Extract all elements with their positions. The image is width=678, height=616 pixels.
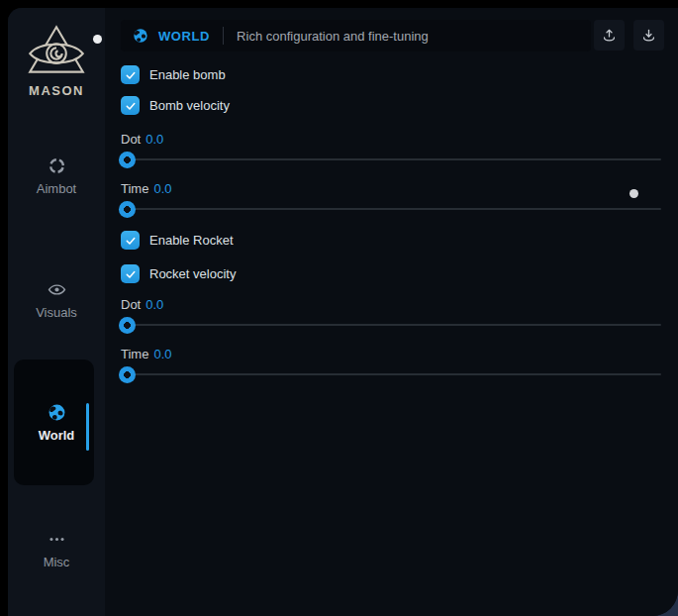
sidebar-item-label: Visuals: [8, 305, 105, 320]
download-icon: [640, 27, 657, 44]
slider-value: 0.0: [153, 181, 171, 196]
dot-slider-thumb[interactable]: [119, 152, 136, 168]
cursor-dot: [630, 189, 638, 198]
download-config-button[interactable]: [633, 20, 664, 51]
bomb-velocity-checkbox[interactable]: [121, 96, 140, 115]
globe-icon: [133, 28, 148, 44]
rocket-velocity-checkbox[interactable]: [121, 264, 140, 283]
slider-label-dot: Dot0.0: [121, 132, 163, 147]
check-icon: [125, 100, 137, 112]
mason-eye-triangle-icon: [24, 24, 89, 79]
check-icon: [125, 235, 137, 247]
checkbox-row-bomb-velocity: Bomb velocity: [121, 96, 230, 115]
brand-name: MASON: [8, 83, 105, 98]
enable-bomb-checkbox[interactable]: [121, 65, 140, 84]
crosshair-icon: [48, 156, 66, 175]
checkbox-label: Rocket velocity: [149, 266, 236, 281]
enable-rocket-checkbox[interactable]: [121, 231, 140, 250]
sidebar: MASON Aimbot Visuals World Misc: [8, 8, 105, 616]
page-title: WORLD: [158, 29, 210, 44]
mason-logo: MASON: [8, 24, 105, 98]
slider-label-dot: Dot0.0: [121, 297, 163, 312]
checkbox-label: Enable Rocket: [149, 233, 234, 248]
screen: MASON Aimbot Visuals World Misc: [0, 0, 678, 616]
time-slider-thumb[interactable]: [119, 201, 136, 218]
upload-icon: [601, 27, 618, 44]
slider-value: 0.0: [145, 132, 163, 147]
dot-slider-track[interactable]: [121, 324, 661, 326]
page-subtitle: Rich configuration and fine-tuning: [237, 29, 429, 44]
sidebar-item-visuals[interactable]: Visuals: [8, 280, 105, 320]
slider-name: Dot: [121, 132, 141, 147]
header-divider: [223, 27, 224, 45]
checkbox-row-enable-bomb: Enable bomb: [121, 65, 226, 84]
checkbox-row-enable-rocket: Enable Rocket: [121, 231, 234, 250]
slider-value: 0.0: [145, 297, 163, 312]
check-icon: [125, 268, 137, 280]
sidebar-item-aimbot[interactable]: Aimbot: [8, 156, 105, 196]
sidebar-item-misc[interactable]: Misc: [8, 530, 105, 569]
time-slider-track[interactable]: [121, 208, 661, 210]
eye-icon: [48, 280, 66, 299]
slider-label-time: Time0.0: [121, 181, 171, 196]
upload-config-button[interactable]: [594, 20, 625, 51]
slider-name: Time: [121, 347, 148, 361]
sidebar-item-world[interactable]: World: [8, 403, 105, 443]
dot-slider-track[interactable]: [121, 158, 661, 160]
slider-label-time: Time0.0: [121, 347, 171, 361]
active-nav-indicator: [86, 403, 89, 451]
sidebar-item-label: World: [8, 428, 105, 443]
globe-icon: [48, 403, 66, 422]
checkbox-label: Bomb velocity: [149, 98, 230, 113]
mason-window: MASON Aimbot Visuals World Misc: [8, 8, 678, 616]
ellipsis-icon: [48, 530, 66, 549]
checkbox-row-rocket-velocity: Rocket velocity: [121, 264, 236, 283]
checkbox-label: Enable bomb: [149, 67, 226, 82]
slider-value: 0.0: [153, 347, 171, 361]
time-slider-track[interactable]: [121, 373, 661, 375]
slider-name: Time: [121, 181, 148, 196]
page-header: WORLD Rich configuration and fine-tuning: [121, 20, 591, 51]
sidebar-item-label: Aimbot: [8, 181, 105, 196]
cursor-dot: [93, 35, 102, 44]
slider-name: Dot: [121, 297, 141, 312]
time-slider-thumb[interactable]: [119, 366, 136, 383]
sidebar-item-label: Misc: [8, 555, 105, 569]
check-icon: [125, 69, 137, 81]
dot-slider-thumb[interactable]: [119, 317, 136, 334]
main-panel: WORLD Rich configuration and fine-tuning…: [105, 8, 678, 616]
